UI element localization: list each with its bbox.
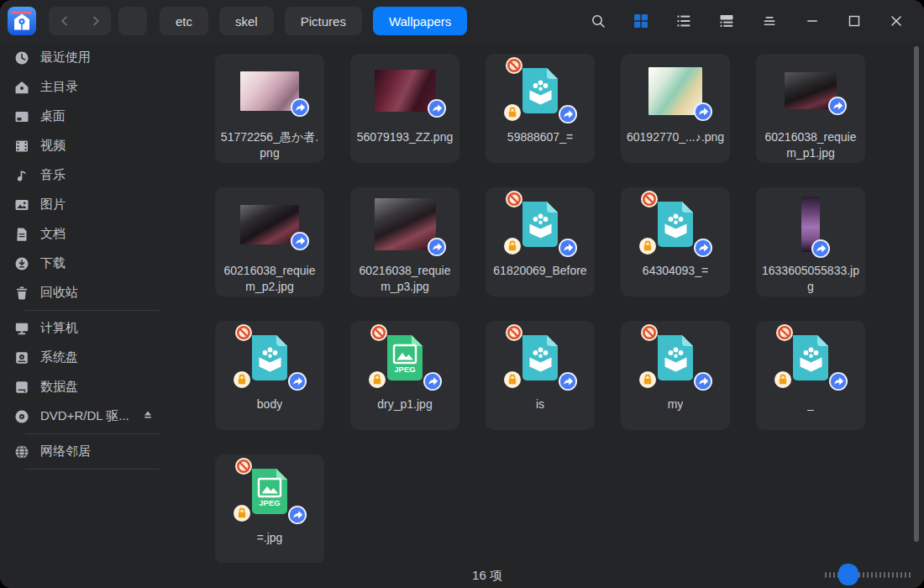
- no-permission-badge: [370, 323, 388, 342]
- sidebar-divider: [25, 310, 160, 311]
- file-name: 60216038_requiem_p2.jpg: [220, 263, 319, 295]
- view-list-button[interactable]: [669, 7, 698, 35]
- sidebar-item-label: 最近使用: [40, 50, 91, 66]
- file-name: =.jpg: [257, 530, 283, 546]
- sidebar-item-music[interactable]: 音乐: [0, 160, 168, 190]
- sidebar-item-label: 图片: [40, 197, 66, 213]
- sidebar-item-label: 音乐: [40, 167, 66, 183]
- file-tile[interactable]: 56079193_ZZ.png: [350, 54, 459, 163]
- sidebar-item-computer[interactable]: 计算机: [0, 313, 168, 343]
- lock-badge: [503, 370, 522, 389]
- symlink-badge: [423, 371, 443, 391]
- no-permission-badge: [505, 323, 523, 342]
- sidebar-item-data-disk[interactable]: 数据盘: [0, 372, 168, 402]
- menu-button[interactable]: [755, 7, 784, 35]
- search-button[interactable]: [584, 7, 612, 35]
- sidebar-item-system-disk[interactable]: 系统盘: [0, 343, 168, 372]
- sidebar-item-network[interactable]: 网络邻居: [0, 437, 168, 466]
- breadcrumb-item[interactable]: Pictures: [285, 7, 362, 35]
- file-name: 60216038_requiem_p1.jpg: [761, 129, 860, 161]
- no-permission-badge: [505, 56, 523, 75]
- view-detail-button[interactable]: [712, 7, 741, 35]
- file-tile[interactable]: _: [756, 321, 865, 430]
- sidebar-item-trash[interactable]: 回收站: [0, 278, 168, 307]
- eject-button[interactable]: [141, 408, 155, 425]
- grid-view-icon: [633, 13, 649, 29]
- home-icon: [13, 79, 30, 96]
- file-name: dry_p1.jpg: [377, 396, 432, 412]
- file-name: 60192770_...♪.png: [627, 129, 724, 145]
- list-view-icon: [675, 13, 692, 29]
- breadcrumb-item[interactable]: Wallpapers: [373, 7, 467, 35]
- slider-tick: [879, 572, 881, 578]
- svg-text:JPEG: JPEG: [394, 365, 415, 374]
- file-manager-window: etcskelPicturesWallpapers 最近使用主目录桌面视频音乐图…: [0, 0, 924, 588]
- file-tile[interactable]: 59888607_=: [486, 54, 595, 163]
- minimize-button[interactable]: [798, 7, 827, 35]
- slider-tick: [905, 572, 906, 578]
- sidebar-item-label: 数据盘: [40, 379, 78, 395]
- lock-badge: [503, 237, 522, 255]
- symlink-badge: [693, 371, 713, 391]
- file-tile[interactable]: 61820069_Before: [486, 187, 595, 297]
- slider-thumb[interactable]: [838, 564, 858, 585]
- slider-tick: [858, 572, 860, 578]
- sidebar-item-label: 视频: [40, 138, 66, 154]
- file-tile[interactable]: body: [215, 321, 324, 430]
- breadcrumb-item[interactable]: etc: [160, 7, 208, 35]
- vertical-scrollbar[interactable]: [914, 46, 919, 542]
- menu-icon: [761, 13, 778, 29]
- file-tile[interactable]: is: [486, 321, 595, 430]
- file-tile[interactable]: 1633605055833.jpg: [756, 187, 865, 297]
- file-tile[interactable]: JPEGdry_p1.jpg: [350, 321, 459, 430]
- lock-badge: [368, 370, 386, 389]
- sidebar-item-optical-disc[interactable]: DVD+R/DL 驱...: [0, 402, 168, 431]
- detail-view-icon: [718, 13, 735, 29]
- close-button[interactable]: [882, 7, 911, 35]
- back-button[interactable]: [52, 8, 77, 34]
- sidebar-item-label: 主目录: [40, 79, 78, 95]
- no-permission-badge: [640, 190, 659, 208]
- main-content: 51772256_愚か者.png56079193_ZZ.png59888607_…: [168, 42, 924, 563]
- sidebar-item-document[interactable]: 文档: [0, 219, 168, 249]
- sidebar-item-picture[interactable]: 图片: [0, 190, 168, 219]
- symlink-badge: [558, 104, 578, 124]
- file-tile[interactable]: 60216038_requiem_p2.jpg: [215, 187, 324, 297]
- view-grid-button[interactable]: [627, 7, 655, 35]
- maximize-icon: [846, 13, 863, 29]
- minimize-icon: [804, 13, 821, 29]
- sidebar-item-video[interactable]: 视频: [0, 131, 168, 160]
- symlink-badge: [290, 97, 310, 118]
- desktop-icon: [13, 108, 30, 125]
- forward-button[interactable]: [83, 8, 108, 34]
- file-name: 51772256_愚か者.png: [220, 129, 319, 161]
- file-tile[interactable]: JPEG=.jpg: [215, 454, 324, 563]
- device-root-button[interactable]: [118, 7, 147, 35]
- clock-icon: [13, 50, 30, 66]
- file-tile[interactable]: 60192770_...♪.png: [621, 54, 730, 163]
- file-tile[interactable]: 60216038_requiem_p1.jpg: [756, 54, 865, 163]
- nav-button-group: [49, 7, 111, 35]
- sidebar-item-clock[interactable]: 最近使用: [0, 43, 168, 72]
- file-tile[interactable]: 60216038_requiem_p3.jpg: [350, 187, 459, 297]
- sidebar-item-label: 下载: [40, 255, 66, 271]
- file-name: 59888607_=: [507, 129, 573, 145]
- sidebar-item-download[interactable]: 下载: [0, 249, 168, 278]
- search-icon: [590, 13, 606, 29]
- slider-tick: [829, 572, 831, 578]
- file-tile[interactable]: 64304093_=: [621, 187, 730, 297]
- no-permission-badge: [505, 190, 523, 208]
- sidebar-item-label: 文档: [40, 226, 66, 242]
- chevron-left-icon: [56, 13, 73, 29]
- file-tile[interactable]: 51772256_愚か者.png: [215, 54, 324, 163]
- sidebar-item-home[interactable]: 主目录: [0, 72, 168, 102]
- sidebar-item-desktop[interactable]: 桌面: [0, 102, 168, 131]
- file-name: 61820069_Before: [493, 263, 586, 279]
- titlebar-toolbar: [584, 0, 924, 42]
- file-tile[interactable]: my: [621, 321, 730, 430]
- breadcrumb-item[interactable]: skel: [219, 7, 274, 35]
- trash-icon: [13, 285, 30, 302]
- file-name: my: [668, 396, 684, 412]
- icon-size-slider[interactable]: [825, 564, 914, 585]
- maximize-button[interactable]: [840, 7, 869, 35]
